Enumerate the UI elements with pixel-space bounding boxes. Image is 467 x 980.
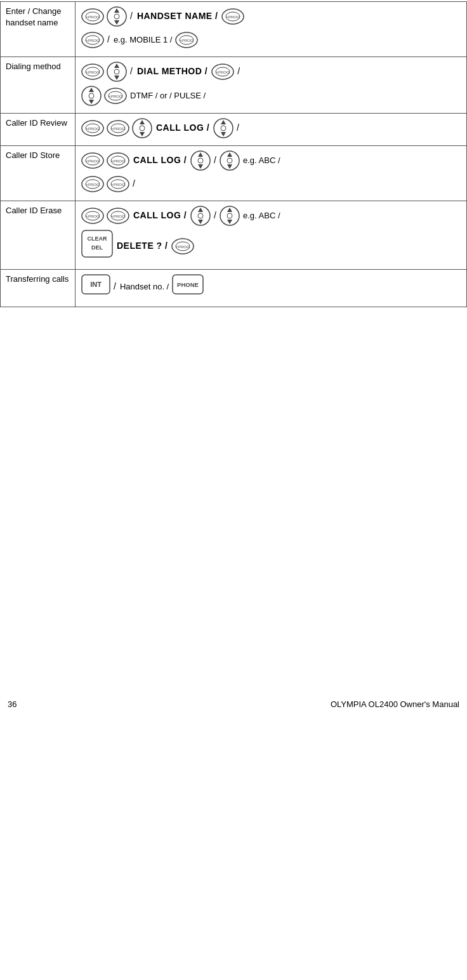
row-content-caller-id-review: <PROG <PROG CALL LOG / / bbox=[76, 114, 467, 146]
slash-1: / bbox=[130, 8, 133, 24]
row-label-caller-id-erase: Caller ID Erase bbox=[1, 201, 76, 270]
svg-marker-67 bbox=[198, 152, 203, 157]
svg-text:<PROG: <PROG bbox=[86, 215, 100, 218]
delete-label: DELETE ? / bbox=[117, 238, 168, 254]
manual-title: OLYMPIA OL2400 Owner's Manual bbox=[331, 699, 459, 709]
dial-method-label: DIAL METHOD / bbox=[137, 63, 207, 79]
svg-text:<PROG: <PROG bbox=[111, 183, 125, 187]
slash-4: / bbox=[237, 63, 240, 79]
svg-marker-92 bbox=[227, 220, 232, 224]
row-label-dialing-method: Dialing method bbox=[1, 57, 76, 114]
eg-mobile-label: e.g. MOBILE 1 / bbox=[114, 32, 173, 47]
nav-updown-icon-7 bbox=[219, 150, 240, 171]
nav-updown-icon-9 bbox=[219, 205, 240, 227]
svg-marker-71 bbox=[227, 152, 232, 157]
svg-marker-91 bbox=[227, 208, 232, 212]
row-content-caller-id-store: <PROG <PROG CALL LOG / / e.g. ABC / bbox=[76, 146, 467, 201]
row-content-dialing-method: <PROG / DIAL METHOD / <PROG / bbox=[76, 57, 467, 114]
svg-text:<PROG: <PROG bbox=[86, 70, 100, 74]
nav-updown-icon-3 bbox=[81, 85, 102, 107]
svg-marker-41 bbox=[89, 100, 94, 104]
nav-updown-icon-4 bbox=[131, 117, 153, 139]
svg-marker-40 bbox=[89, 88, 94, 92]
svg-text:<PROG: <PROG bbox=[227, 15, 240, 19]
svg-text:<PROG: <PROG bbox=[111, 159, 125, 163]
row-label-caller-id-review: Caller ID Review bbox=[1, 114, 76, 146]
svg-text:<PROG: <PROG bbox=[86, 183, 100, 187]
row-content-enter-change-handset-name: <PROG / HANDSET NAME / <PROG <PROG / bbox=[76, 2, 467, 57]
row-label-caller-id-store: Caller ID Store bbox=[1, 146, 76, 201]
call-log-label-3: CALL LOG / bbox=[133, 208, 187, 223]
nav-updown-icon-5 bbox=[213, 117, 234, 139]
svg-marker-57 bbox=[221, 120, 226, 124]
svg-point-35 bbox=[114, 69, 119, 74]
slash-5: / bbox=[237, 120, 239, 136]
slash-9: / bbox=[114, 279, 116, 295]
nav-updown-icon-2 bbox=[106, 61, 128, 83]
page-number: 36 bbox=[8, 699, 16, 709]
svg-text:<PROG: <PROG bbox=[176, 245, 190, 249]
prog-icon-3: <PROG bbox=[81, 30, 105, 50]
prog-icon-5: <PROG bbox=[81, 62, 105, 82]
footer: 36 OLYMPIA OL2400 Owner's Manual bbox=[0, 694, 467, 714]
prog-icon-15: <PROG bbox=[106, 206, 130, 226]
svg-point-55 bbox=[140, 126, 145, 131]
prog-icon-12: <PROG bbox=[81, 174, 105, 194]
svg-marker-87 bbox=[198, 208, 203, 212]
prog-icon-13: <PROG bbox=[106, 174, 130, 194]
row-content-caller-id-erase: <PROG <PROG CALL LOG / / e.g. ABC / bbox=[76, 201, 467, 270]
svg-text:<PROG: <PROG bbox=[86, 127, 100, 131]
int-icon: INT bbox=[81, 274, 111, 300]
svg-text:<PROG: <PROG bbox=[111, 215, 125, 218]
svg-marker-33 bbox=[114, 63, 119, 68]
eg-abc-label-1: e.g. ABC / bbox=[243, 153, 280, 168]
svg-marker-54 bbox=[140, 132, 145, 136]
svg-point-93 bbox=[227, 213, 232, 218]
svg-text:<PROG: <PROG bbox=[86, 159, 100, 163]
svg-text:PHONE: PHONE bbox=[177, 281, 199, 288]
svg-marker-18 bbox=[114, 20, 119, 25]
svg-text:<PROG: <PROG bbox=[86, 15, 100, 19]
svg-marker-72 bbox=[227, 164, 232, 169]
svg-text:<PROG: <PROG bbox=[111, 127, 125, 131]
svg-point-59 bbox=[221, 126, 226, 131]
prog-icon-1: <PROG bbox=[81, 6, 105, 27]
prog-icon-14: <PROG bbox=[81, 206, 105, 226]
nav-updown-icon-1 bbox=[106, 6, 128, 27]
svg-point-19 bbox=[114, 14, 119, 19]
svg-text:<PROG: <PROG bbox=[86, 39, 100, 43]
svg-marker-53 bbox=[140, 120, 145, 124]
svg-text:INT: INT bbox=[90, 281, 102, 288]
svg-point-89 bbox=[198, 213, 203, 218]
svg-point-73 bbox=[227, 158, 232, 163]
slash-8: / bbox=[214, 208, 216, 223]
svg-marker-17 bbox=[114, 8, 119, 13]
prog-icon-8: <PROG bbox=[81, 118, 105, 138]
svg-marker-88 bbox=[198, 220, 203, 224]
prog-icon-11: <PROG bbox=[106, 150, 130, 171]
slash-7: / bbox=[133, 176, 135, 192]
svg-marker-34 bbox=[114, 76, 119, 80]
slash-6: / bbox=[214, 152, 216, 168]
row-label-enter-change-handset-name: Enter / Changehandset name bbox=[1, 2, 76, 57]
svg-point-69 bbox=[198, 158, 203, 163]
clear-del-icon: CLEAR DEL bbox=[81, 229, 114, 263]
handset-name-label: HANDSET NAME / bbox=[137, 8, 218, 24]
dtmf-pulse-label: DTMF / or / PULSE / bbox=[130, 88, 206, 103]
prog-icon-2: <PROG bbox=[221, 6, 245, 27]
prog-icon-10: <PROG bbox=[81, 150, 105, 171]
nav-updown-icon-6 bbox=[190, 150, 211, 171]
svg-text:<PROG: <PROG bbox=[216, 70, 230, 74]
row-label-transferring-calls: Transferring calls bbox=[1, 270, 76, 307]
prog-icon-16: <PROG bbox=[171, 236, 195, 256]
svg-text:CLEAR: CLEAR bbox=[88, 235, 107, 242]
row-content-transferring-calls: INT / Handset no. / PHONE bbox=[76, 270, 467, 307]
nav-updown-icon-8 bbox=[190, 205, 211, 227]
phone-icon: PHONE bbox=[171, 274, 204, 300]
handset-no-label: Handset no. / bbox=[120, 279, 169, 294]
svg-rect-94 bbox=[82, 230, 112, 257]
prog-icon-9: <PROG bbox=[106, 118, 130, 138]
prog-icon-6: <PROG bbox=[211, 62, 235, 82]
svg-point-42 bbox=[89, 93, 94, 98]
svg-marker-68 bbox=[198, 164, 203, 169]
